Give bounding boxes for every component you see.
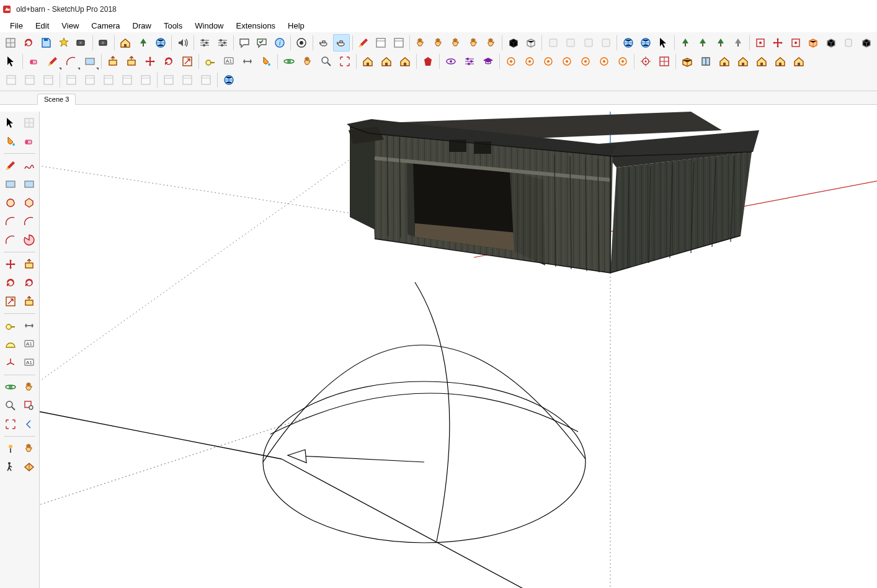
panel3-icon[interactable] [448, 34, 465, 51]
rotated-rect-tool-icon[interactable] [20, 176, 38, 193]
menu-camera[interactable]: Camera [85, 20, 126, 32]
warehouse2-icon[interactable] [378, 53, 395, 70]
shape-icon[interactable] [81, 53, 99, 70]
tree-icon[interactable] [135, 34, 151, 51]
dimension-vtool-icon[interactable] [20, 317, 38, 334]
speech-check-icon[interactable] [254, 34, 270, 51]
menu-help[interactable]: Help [282, 20, 311, 32]
text-label-icon[interactable]: A1 [220, 53, 238, 70]
orbit-icon[interactable] [280, 53, 298, 70]
globe-nav-icon[interactable] [620, 34, 636, 51]
shortcut-star-icon[interactable] [56, 34, 73, 51]
box-open-icon[interactable] [679, 53, 696, 70]
zoom-icon[interactable] [318, 53, 335, 70]
orbit-vtool-icon[interactable] [2, 378, 19, 396]
window1-icon[interactable] [373, 34, 390, 51]
lookaround-tool-icon[interactable] [20, 440, 38, 457]
menu-view[interactable]: View [55, 20, 85, 32]
tape-vtool-icon[interactable] [2, 317, 19, 334]
followme-tool-icon[interactable] [20, 274, 38, 292]
menu-edit[interactable]: Edit [29, 20, 55, 32]
ruby-icon[interactable] [419, 53, 437, 70]
eye-purple-icon[interactable] [442, 53, 460, 70]
globe-grid-icon[interactable] [153, 34, 169, 51]
pushpull-vtool-icon[interactable] [20, 256, 38, 273]
previous-vtool-icon[interactable] [20, 416, 38, 433]
arc-icon[interactable] [63, 53, 80, 70]
solar-orange4-icon[interactable] [558, 53, 576, 70]
protractor-tool-icon[interactable] [2, 336, 19, 353]
paintbucket-vtool-icon[interactable] [2, 133, 19, 150]
lock-panel-icon[interactable] [483, 34, 500, 51]
target-red-icon[interactable] [637, 53, 654, 70]
zoomextents-vtool-icon[interactable] [2, 416, 19, 433]
stamp-red-icon[interactable] [752, 34, 769, 51]
viewport-3d[interactable] [40, 112, 877, 588]
tree-half-icon[interactable] [730, 34, 747, 51]
cube-solid-icon[interactable] [858, 34, 875, 51]
pushpull-icon[interactable] [123, 53, 140, 70]
tree-green3-icon[interactable] [713, 34, 729, 51]
tape-icon[interactable] [202, 53, 219, 70]
circle-tool-icon[interactable] [2, 194, 19, 212]
sectionplane-tool-icon[interactable] [20, 458, 38, 476]
scholar-icon[interactable] [479, 53, 497, 70]
menu-draw[interactable]: Draw [127, 20, 158, 32]
solar-orange2-icon[interactable] [521, 53, 538, 70]
arc-tool-icon[interactable] [2, 213, 19, 230]
pan-vtool-icon[interactable] [20, 378, 38, 396]
teapot-icon[interactable] [316, 34, 332, 51]
speech1-icon[interactable] [236, 34, 253, 51]
underline-icon[interactable] [355, 34, 372, 51]
cube-dark-icon[interactable] [505, 34, 522, 51]
menu-extensions[interactable]: Extensions [230, 20, 282, 32]
scale-vtool-icon[interactable] [2, 293, 19, 310]
house-small4-icon[interactable] [772, 53, 789, 70]
house-small2-icon[interactable] [734, 53, 752, 70]
scene-tab[interactable]: Scene 3 [37, 94, 76, 105]
globe-web-icon[interactable] [220, 71, 238, 89]
eraser-vtool-icon[interactable] [20, 133, 38, 150]
dimension-icon[interactable] [239, 53, 256, 70]
window2-icon[interactable] [391, 34, 407, 51]
globe-cursor-icon[interactable] [655, 34, 672, 51]
pan-hand-icon[interactable] [299, 53, 316, 70]
sliders2-icon[interactable] [214, 34, 231, 51]
line-tool-icon[interactable] [2, 157, 19, 174]
polygon-tool-icon[interactable] [20, 194, 38, 212]
select-tool-icon[interactable] [2, 114, 19, 131]
solar-orange5-icon[interactable] [577, 53, 594, 70]
stamp-move-icon[interactable] [770, 34, 786, 51]
cube-wire-icon[interactable] [523, 34, 540, 51]
menu-window[interactable]: Window [189, 20, 229, 32]
warehouse3-icon[interactable] [396, 53, 414, 70]
panel4-icon[interactable] [465, 34, 482, 51]
pushpull-up-icon[interactable] [104, 53, 122, 70]
3dtext-tool-icon[interactable]: A1 [20, 354, 38, 372]
circle-badge-icon[interactable] [293, 34, 310, 51]
save-as-icon[interactable] [38, 34, 55, 51]
house-small5-icon[interactable] [790, 53, 808, 70]
zoomwindow-tool-icon[interactable] [20, 397, 38, 414]
move-vtool-icon[interactable] [2, 256, 19, 273]
house-small1-icon[interactable] [716, 53, 733, 70]
warehouse-red-icon[interactable] [359, 53, 376, 70]
solar-orange6-icon[interactable] [595, 53, 613, 70]
rectangle-tool-icon[interactable] [2, 176, 19, 193]
2pt-arc-tool-icon[interactable] [20, 213, 38, 230]
walk-tool-icon[interactable] [2, 458, 19, 476]
record-icon[interactable] [95, 34, 112, 51]
move-icon[interactable] [141, 53, 159, 70]
solar-orange1-icon[interactable] [502, 53, 520, 70]
freehand-tool-icon[interactable] [20, 157, 38, 174]
paintbucket-icon[interactable] [257, 53, 275, 70]
dots-grid-icon[interactable] [788, 34, 804, 51]
sound-icon[interactable] [174, 34, 191, 51]
solar-orange3-icon[interactable] [540, 53, 557, 70]
scale-icon[interactable] [179, 53, 196, 70]
grid-red-icon[interactable] [656, 53, 673, 70]
menu-tools[interactable]: Tools [158, 20, 189, 32]
pencil-icon[interactable] [44, 53, 61, 70]
zoom-vtool-icon[interactable] [2, 397, 19, 414]
house-small3-icon[interactable] [753, 53, 770, 70]
